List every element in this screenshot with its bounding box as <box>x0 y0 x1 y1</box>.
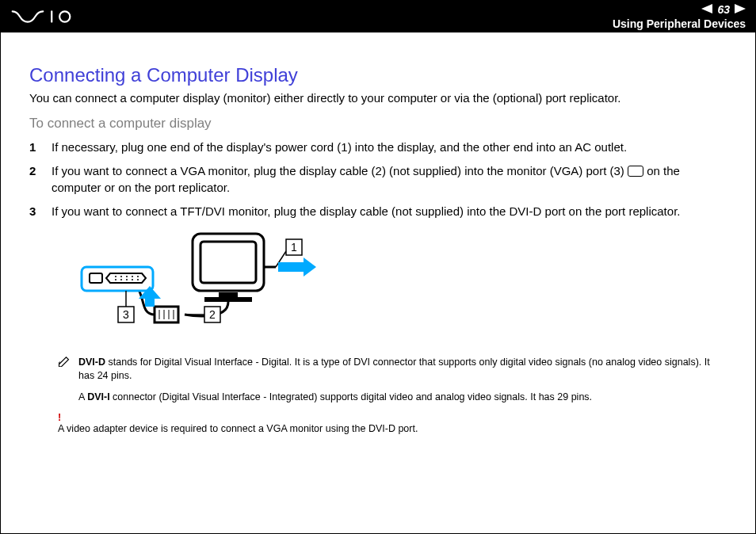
svg-point-22 <box>126 279 128 280</box>
vaio-logo <box>10 8 89 25</box>
svg-point-20 <box>115 279 116 280</box>
step-text: If necessary, plug one end of the displa… <box>52 139 627 155</box>
svg-marker-3 <box>735 4 746 13</box>
step-number: 3 <box>29 204 40 219</box>
step-text: If you want to connect a VGA monitor, pl… <box>52 163 727 196</box>
warning-mark-icon: ! <box>58 412 727 423</box>
svg-rect-5 <box>200 242 256 283</box>
document-page: 63 Using Peripheral Devices Connecting a… <box>0 0 756 534</box>
note-text-1: DVI-D stands for Digital Visual Interfac… <box>78 356 727 383</box>
svg-point-19 <box>137 276 139 277</box>
svg-point-18 <box>132 276 133 277</box>
next-page-arrow-icon[interactable] <box>735 3 746 16</box>
svg-point-21 <box>120 279 122 280</box>
header-nav: 63 Using Peripheral Devices <box>613 3 746 30</box>
svg-rect-14 <box>90 273 102 283</box>
step-number: 1 <box>29 139 40 155</box>
note-block: DVI-D stands for Digital Visual Interfac… <box>58 356 727 404</box>
pencil-icon <box>58 356 72 367</box>
page-number: 63 <box>717 3 730 16</box>
step-item: 1 If necessary, plug one end of the disp… <box>29 139 727 155</box>
svg-rect-8 <box>155 307 178 322</box>
step-item: 3 If you want to connect a TFT/DVI monit… <box>29 204 727 219</box>
warning-block: ! A video adapter device is required to … <box>58 412 727 434</box>
svg-rect-6 <box>219 292 238 297</box>
intro-text: You can connect a computer display (moni… <box>29 91 727 105</box>
warning-text: A video adapter device is required to co… <box>58 423 727 434</box>
monitor-port-icon <box>628 166 643 177</box>
svg-point-17 <box>126 276 128 277</box>
svg-marker-2 <box>701 4 712 13</box>
steps-list: 1 If necessary, plug one end of the disp… <box>29 139 727 219</box>
page-title: Connecting a Computer Display <box>29 64 727 86</box>
diagram-label-3: 3 <box>123 308 129 321</box>
diagram-label-2: 2 <box>209 308 216 321</box>
step-number: 2 <box>29 163 40 196</box>
header-bar: 63 Using Peripheral Devices <box>1 1 755 32</box>
subtitle: To connect a computer display <box>29 116 727 132</box>
svg-point-16 <box>120 276 122 277</box>
diagram-label-1: 1 <box>291 241 297 254</box>
svg-marker-28 <box>278 257 316 277</box>
section-label: Using Peripheral Devices <box>613 17 746 30</box>
step-text: If you want to connect a TFT/DVI monitor… <box>52 204 680 219</box>
prev-page-arrow-icon[interactable] <box>701 3 712 16</box>
connection-diagram: 1 2 3 <box>66 227 727 341</box>
svg-point-1 <box>59 11 70 21</box>
svg-point-15 <box>115 276 116 277</box>
svg-point-23 <box>132 279 133 280</box>
svg-rect-7 <box>204 297 252 302</box>
step-item: 2 If you want to connect a VGA monitor, … <box>29 163 727 196</box>
svg-point-24 <box>137 279 139 280</box>
note-text-2: A DVI-I connector (Digital Visual Interf… <box>78 391 727 404</box>
content-area: Connecting a Computer Display You can co… <box>1 32 755 442</box>
